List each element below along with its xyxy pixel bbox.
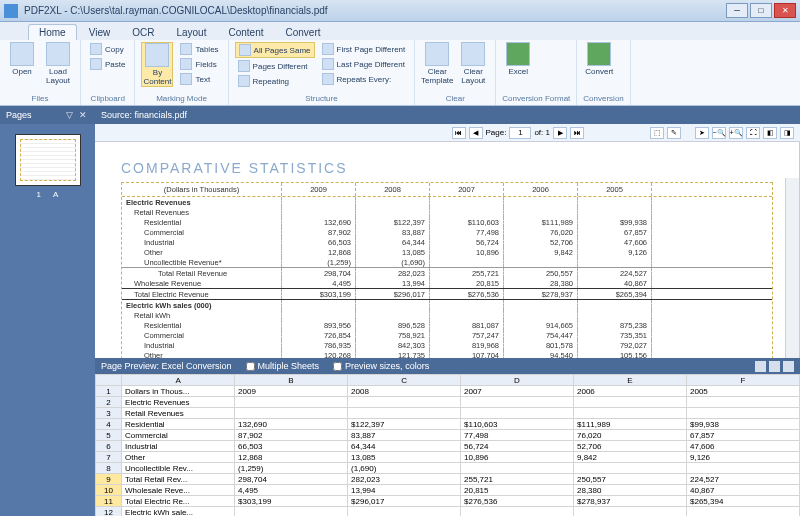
menu-tab-home[interactable]: Home (28, 24, 77, 40)
multiple-sheets-checkbox[interactable]: Multiple Sheets (246, 361, 320, 371)
group-label: Conversion (583, 94, 623, 103)
convert-button[interactable]: Convert (583, 42, 615, 76)
filter-icon[interactable]: ▽ (66, 110, 76, 120)
sheet-row[interactable]: 2Electric Revenues (96, 397, 800, 408)
sheet-row[interactable]: 11Total Electric Re...$303,199$296,017$2… (96, 496, 800, 507)
pages-sidebar: Pages ▽✕ 1A (0, 106, 95, 516)
col-header[interactable]: E (574, 375, 687, 386)
paste-icon (90, 58, 102, 70)
pages-different-button[interactable]: Pages Different (235, 59, 315, 73)
sheet-row[interactable]: 8Uncollectible Rev...(1,259)(1,690) (96, 463, 800, 474)
preview-sizes-checkbox[interactable]: Preview sizes, colors (333, 361, 429, 371)
vertical-scrollbar[interactable] (785, 178, 799, 358)
table-row: (Dollars in Thousands)200920082007200620… (122, 183, 772, 197)
excel-format-button[interactable]: Excel (502, 42, 534, 76)
tool-button[interactable]: ◧ (763, 127, 777, 139)
close-panel-icon[interactable]: ✕ (79, 110, 89, 120)
open-button[interactable]: Open (6, 42, 38, 76)
first-page-icon (322, 43, 334, 55)
sheet-row[interactable]: 5Commercial87,90283,88777,49876,02067,85… (96, 430, 800, 441)
page-thumbnail[interactable] (15, 134, 81, 186)
text-icon (180, 73, 192, 85)
sidebar-title: Pages (6, 110, 32, 120)
sheet-row[interactable]: 12Electric kWh sale... (96, 507, 800, 517)
table-row: Industrial66,50364,34456,72452,70647,606 (122, 237, 772, 247)
table-row: Total Electric Revenue$303,199$296,017$2… (122, 288, 772, 300)
by-content-button[interactable]: By Content (141, 42, 173, 87)
sheet-row[interactable]: 4Residential132,690$122,397$110,603$111,… (96, 419, 800, 430)
title-bar: PDF2XL - C:\Users\tal.rayman.COGNILOCAL\… (0, 0, 800, 22)
table-row: Electric kWh sales (000) (122, 300, 772, 310)
last-page-icon (322, 58, 334, 70)
nav-first-button[interactable]: ⏮ (452, 127, 466, 139)
tables-button[interactable]: Tables (177, 42, 221, 56)
fields-icon (180, 58, 192, 70)
copy-button[interactable]: Copy (87, 42, 128, 56)
fit-button[interactable]: ⛶ (746, 127, 760, 139)
workspace: Pages ▽✕ 1A Source: financials.pdf ⏮ ◀ P… (0, 106, 800, 516)
col-header[interactable]: B (235, 375, 348, 386)
col-header[interactable]: D (461, 375, 574, 386)
close-button[interactable]: ✕ (774, 3, 796, 18)
group-label: Clear (421, 94, 489, 103)
menu-tab-convert[interactable]: Convert (275, 25, 330, 40)
nav-prev-button[interactable]: ◀ (469, 127, 483, 139)
group-label: Files (6, 94, 74, 103)
repeats-every-button[interactable]: Repeats Every: (319, 72, 409, 86)
clear-layout-button[interactable]: Clear Layout (457, 42, 489, 85)
tool-button[interactable]: ◨ (780, 127, 794, 139)
excel-preview[interactable]: ABCDEF1Dollars in Thous...20092008200720… (95, 374, 800, 516)
zoom-out-button[interactable]: −🔍 (712, 127, 726, 139)
document-area[interactable]: COMPARATIVE STATISTICS (Dollars in Thous… (95, 142, 800, 358)
sidebar-header: Pages ▽✕ (0, 106, 95, 124)
repeating-icon (238, 75, 250, 87)
thumbnail-area: 1A (0, 124, 95, 516)
sheet-row[interactable]: 10Wholesale Reve...4,49513,99420,81528,3… (96, 485, 800, 496)
sheet-row[interactable]: 6Industrial66,50364,34456,72452,70647,60… (96, 441, 800, 452)
load-layout-button[interactable]: Load Layout (42, 42, 74, 85)
ribbon: Open Load Layout Files Copy Paste Clipbo… (0, 40, 800, 106)
preview-close-icon[interactable] (783, 361, 794, 372)
first-page-diff-button[interactable]: First Page Different (319, 42, 409, 56)
sheet-row[interactable]: 9Total Retail Rev...298,704282,023255,72… (96, 474, 800, 485)
col-header[interactable]: A (122, 375, 235, 386)
col-header[interactable]: F (686, 375, 799, 386)
pointer-button[interactable]: ➤ (695, 127, 709, 139)
nav-next-button[interactable]: ▶ (553, 127, 567, 139)
repeating-button[interactable]: Repeating (235, 74, 315, 88)
sheet-row[interactable]: 3Retail Revenues (96, 408, 800, 419)
table-row: Commercial87,90283,88777,49876,02067,857 (122, 227, 772, 237)
zoom-in-button[interactable]: +🔍 (729, 127, 743, 139)
all-pages-same-button[interactable]: All Pages Same (235, 42, 315, 58)
menu-tab-ocr[interactable]: OCR (122, 25, 164, 40)
table-row: Retail kWh (122, 310, 772, 320)
last-page-diff-button[interactable]: Last Page Different (319, 57, 409, 71)
group-label: Clipboard (87, 94, 128, 103)
preview-tool-icon[interactable] (769, 361, 780, 372)
sheet-row[interactable]: 1Dollars in Thous...20092008200720062005 (96, 386, 800, 397)
sheet-row[interactable]: 7Other12,86813,08510,8969,8429,126 (96, 452, 800, 463)
maximize-button[interactable]: □ (750, 3, 772, 18)
text-button[interactable]: Text (177, 72, 221, 86)
tool-button[interactable]: ⬚ (650, 127, 664, 139)
clear-template-button[interactable]: Clear Template (421, 42, 453, 85)
nav-bar: ⏮ ◀ Page: of: 1 ▶ ⏭ ⬚ ✎ ➤ −🔍 +🔍 ⛶ ◧ ◨ (95, 124, 800, 142)
page-of: of: 1 (534, 128, 550, 137)
thumb-number: 1 (37, 190, 41, 199)
menu-tab-content[interactable]: Content (218, 25, 273, 40)
nav-last-button[interactable]: ⏭ (570, 127, 584, 139)
col-header[interactable]: C (348, 375, 461, 386)
page-input[interactable] (509, 127, 531, 139)
tool-button[interactable]: ✎ (667, 127, 681, 139)
fields-button[interactable]: Fields (177, 57, 221, 71)
preview-tool-icon[interactable] (755, 361, 766, 372)
paste-button[interactable]: Paste (87, 57, 128, 71)
thumb-letter: A (53, 190, 58, 199)
table-row: Industrial786,935842,303819,968801,57879… (122, 340, 772, 350)
clear-template-icon (425, 42, 449, 66)
all-pages-icon (239, 44, 251, 56)
data-table: (Dollars in Thousands)200920082007200620… (121, 182, 773, 358)
minimize-button[interactable]: ─ (726, 3, 748, 18)
menu-tab-layout[interactable]: Layout (166, 25, 216, 40)
menu-tab-view[interactable]: View (79, 25, 121, 40)
